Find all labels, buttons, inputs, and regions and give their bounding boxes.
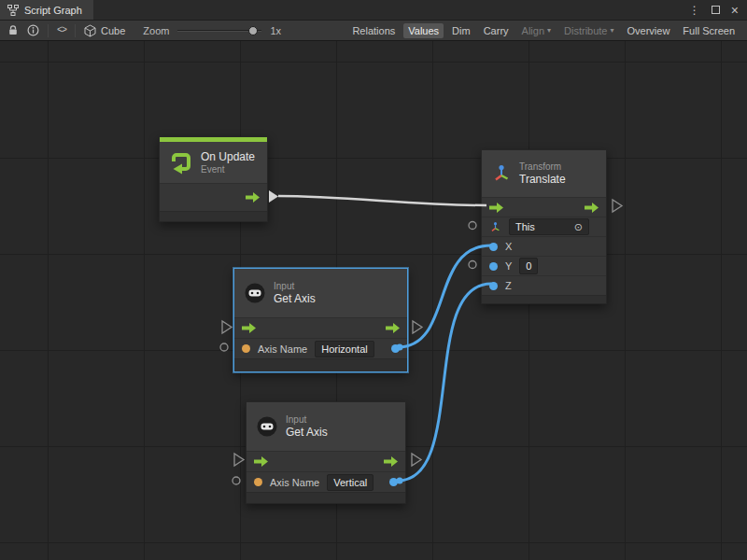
axis-name-label: Axis Name <box>258 343 307 355</box>
zoom-value: 1x <box>270 25 281 36</box>
graph-canvas[interactable]: On Update Event Transform Translate <box>0 41 747 560</box>
y-value-field[interactable]: 0 <box>519 258 538 274</box>
axis-name-label: Axis Name <box>270 477 319 488</box>
unconnected-flow-output-marker[interactable] <box>613 200 622 212</box>
zoom-slider[interactable] <box>177 25 261 36</box>
node-get-axis-vertical-header[interactable]: Input Get Axis <box>247 402 405 451</box>
node-on-update[interactable]: On Update Event <box>159 136 268 222</box>
this-object-field[interactable]: This ⊙ <box>509 218 589 235</box>
flow-input-port[interactable] <box>242 323 256 333</box>
axis-name-field[interactable]: Vertical <box>327 474 374 491</box>
node-title: On Update <box>201 150 255 163</box>
info-icon[interactable] <box>27 24 39 36</box>
object-picker-icon[interactable]: ⊙ <box>574 220 583 233</box>
x-input-port[interactable] <box>489 243 498 251</box>
node-category: Transform <box>519 161 566 172</box>
fullscreen-button[interactable]: Full Screen <box>678 23 740 38</box>
axis-name-input-port[interactable] <box>242 344 250 353</box>
menu-icon[interactable]: ⋮ <box>689 5 700 16</box>
y-label: Y <box>505 260 512 272</box>
toolbar-buttons: Relations Values Dim Carry Align▾ Distri… <box>347 23 740 38</box>
chevron-down-icon: ▾ <box>547 26 551 35</box>
transform-icon <box>491 163 512 184</box>
flow-output-port[interactable] <box>386 323 400 333</box>
node-get-axis-horizontal[interactable]: Input Get Axis Axis Name Horizontal <box>233 268 408 372</box>
value-output-port[interactable] <box>389 478 398 486</box>
translate-this-row: This ⊙ <box>482 217 606 236</box>
node-title: Get Axis <box>286 426 328 439</box>
node-translate[interactable]: Transform Translate This ⊙ <box>481 149 607 304</box>
y-input-port[interactable] <box>489 262 498 271</box>
node-get-axis-horizontal-header[interactable]: Input Get Axis <box>234 269 407 317</box>
translate-y-row: Y 0 <box>482 256 606 275</box>
unconnected-value-input-marker[interactable] <box>233 477 240 484</box>
object-selector-label: Cube <box>101 25 125 36</box>
get-axis-v-flow-row <box>247 451 405 471</box>
value-output-port[interactable] <box>391 344 400 353</box>
node-footer <box>234 358 407 371</box>
on-update-event-icon <box>169 150 193 175</box>
unconnected-flow-output-marker[interactable] <box>413 321 422 333</box>
node-get-axis-vertical[interactable]: Input Get Axis Axis Name Vertical <box>246 401 406 504</box>
this-object-value: This <box>515 220 535 233</box>
toolbar-divider <box>48 24 49 37</box>
node-subtitle: Event <box>201 164 255 175</box>
wire-horizontal-to-x[interactable] <box>398 245 491 347</box>
node-title: Get Axis <box>274 292 316 305</box>
dim-button[interactable]: Dim <box>447 23 475 38</box>
node-footer <box>482 295 606 303</box>
lock-icon[interactable] <box>7 24 19 36</box>
distribute-button[interactable]: Distribute▾ <box>559 23 618 38</box>
node-footer <box>247 492 405 503</box>
get-axis-h-param-row: Axis Name Horizontal <box>234 338 407 358</box>
unconnected-flow-input-marker[interactable] <box>234 454 244 466</box>
zoom-slider-handle[interactable] <box>248 26 258 35</box>
overview-label: Overview <box>627 25 670 36</box>
fullscreen-label: Full Screen <box>683 25 735 36</box>
z-input-port[interactable] <box>489 282 498 290</box>
get-axis-v-param-row: Axis Name Vertical <box>247 471 405 492</box>
node-on-update-header[interactable]: On Update Event <box>160 142 267 183</box>
graph-toolbar: <> Cube Zoom 1x Relations Values Dim Car… <box>0 21 747 41</box>
values-button[interactable]: Values <box>403 23 444 38</box>
maximize-icon[interactable] <box>712 6 720 14</box>
dim-label: Dim <box>452 25 471 36</box>
gamepad-icon <box>256 415 278 438</box>
tab-label: Script Graph <box>24 5 82 16</box>
wire-vertical-to-z[interactable] <box>398 284 491 481</box>
flow-input-port[interactable] <box>254 456 268 467</box>
cube-icon <box>84 24 96 37</box>
flow-input-port[interactable] <box>489 203 503 213</box>
align-button[interactable]: Align▾ <box>517 23 556 38</box>
close-icon[interactable]: × <box>731 4 739 17</box>
window-controls: ⋮ × <box>689 0 747 20</box>
unconnected-value-input-marker[interactable] <box>469 261 476 269</box>
flow-output-port[interactable] <box>246 192 260 203</box>
flow-output-port[interactable] <box>585 203 599 213</box>
relations-button[interactable]: Relations <box>347 23 400 38</box>
translate-x-row: X <box>482 236 606 256</box>
code-view-icon[interactable]: <> <box>57 25 66 35</box>
wire-on-update-to-translate[interactable] <box>278 196 486 205</box>
node-translate-header[interactable]: Transform Translate <box>482 150 606 197</box>
node-title: Translate <box>519 173 566 186</box>
unconnected-value-input-marker[interactable] <box>469 222 476 230</box>
translate-flow-row <box>482 197 606 217</box>
flow-output-port[interactable] <box>384 456 398 467</box>
unconnected-flow-output-marker[interactable] <box>412 454 421 466</box>
carry-button[interactable]: Carry <box>479 23 514 38</box>
transform-mini-icon <box>489 221 501 233</box>
get-axis-h-flow-row <box>234 317 407 338</box>
unconnected-flow-input-marker[interactable] <box>222 321 232 333</box>
axis-name-field[interactable]: Horizontal <box>315 341 374 357</box>
overview-button[interactable]: Overview <box>623 23 675 38</box>
zoom-label: Zoom <box>143 25 169 36</box>
gamepad-icon <box>244 282 266 304</box>
relations-label: Relations <box>352 25 395 36</box>
axis-name-input-port[interactable] <box>254 478 262 486</box>
object-selector[interactable]: Cube <box>84 24 125 37</box>
unconnected-value-input-marker[interactable] <box>220 343 228 351</box>
script-graph-window: Script Graph ⋮ × <> Cube Zoom 1x <box>0 0 747 560</box>
on-update-flow-row <box>160 183 267 211</box>
tab-script-graph[interactable]: Script Graph <box>0 0 93 20</box>
